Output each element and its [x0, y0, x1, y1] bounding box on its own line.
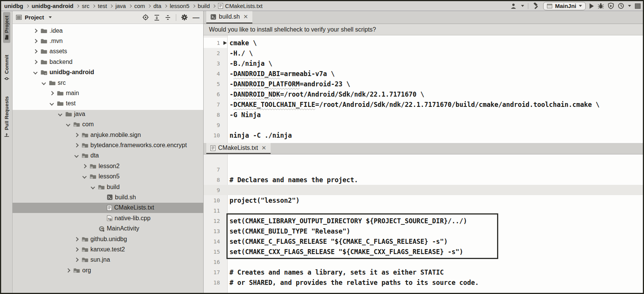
code-line-7[interactable]: 7: [204, 164, 643, 175]
chevron-down-icon[interactable]: [33, 70, 37, 75]
code-line-9[interactable]: 9: [204, 120, 643, 130]
breadcrumb-item-dta[interactable]: dta: [153, 3, 161, 9]
tool-window-button-project[interactable]: Project: [3, 12, 10, 43]
tree-item-unidbg-android[interactable]: unidbg-android: [13, 67, 203, 78]
chevron-right-icon[interactable]: [33, 49, 37, 54]
chevron-right-icon[interactable]: [74, 143, 78, 147]
chevron-down-icon[interactable]: [58, 112, 62, 116]
tree-item-backend[interactable]: backend: [13, 57, 203, 67]
code-line-12[interactable]: 12set(CMAKE_LIBRARY_OUTPUT_DIRECTORY ${P…: [204, 216, 643, 226]
tree-item-lesson5[interactable]: lesson5: [13, 171, 203, 181]
code-line-8[interactable]: 8-G Ninja: [204, 110, 643, 120]
tree-item-src[interactable]: src: [13, 78, 203, 88]
tab-cmakelists[interactable]: CMakeLists.txt ✕: [206, 143, 271, 154]
chevron-right-icon[interactable]: [66, 268, 70, 272]
chevron-down-icon[interactable]: [91, 185, 95, 189]
code-line-7[interactable]: 7-DCMAKE_TOOLCHAIN_FILE=/root/Android/Sd…: [204, 99, 643, 110]
tree-item-build-sh[interactable]: build.sh: [13, 192, 203, 202]
chevron-down-icon[interactable]: [628, 5, 631, 7]
tree-item-java[interactable]: java: [13, 109, 203, 119]
tree-item-bytedance-frameworks-core-encrypt[interactable]: bytedance.frameworks.core.encrypt: [13, 140, 203, 150]
chevron-right-icon[interactable]: [74, 237, 78, 241]
editor-cmakelists[interactable]: 78# Declares and names the project.910pr…: [204, 154, 643, 293]
chevron-down-icon[interactable]: [82, 174, 86, 178]
breadcrumb-item-lesson5[interactable]: lesson5: [170, 3, 190, 9]
tree-item-idea[interactable]: .idea: [13, 25, 203, 36]
tree-item-test[interactable]: test: [13, 99, 203, 109]
breadcrumb-item-build[interactable]: build: [198, 3, 210, 9]
chevron-right-icon[interactable]: [33, 60, 37, 64]
debug-icon[interactable]: [598, 3, 604, 9]
code-line-17[interactable]: 17# Creates and names a library, sets it…: [204, 267, 643, 277]
code-line-11[interactable]: 11: [204, 205, 643, 216]
user-icon[interactable]: [510, 3, 517, 9]
tree-item-mainactivity[interactable]: CMainActivity: [13, 223, 203, 234]
breadcrumb-item-unidbg-android[interactable]: unidbg-android: [32, 3, 73, 9]
locate-icon[interactable]: [142, 14, 149, 21]
tree-item-build[interactable]: build: [13, 182, 203, 192]
run-configuration-select[interactable]: MainJni: [543, 2, 586, 10]
code-line-15[interactable]: 15set(CMAKE_CXX_FLAGS_RELEASE "${CMAKE_C…: [204, 246, 643, 257]
tool-window-button-pull-requests[interactable]: Pull Requests: [3, 93, 10, 141]
expand-all-icon[interactable]: [154, 14, 160, 21]
profiler-icon[interactable]: [618, 3, 624, 9]
code-line-10[interactable]: 10ninja -C ./ninja: [204, 130, 643, 140]
breadcrumb-item-cmakelists-txt[interactable]: CMakeLists.txt: [218, 3, 262, 9]
code-line-1[interactable]: 1cmake \: [204, 38, 643, 48]
chevron-down-icon[interactable]: [74, 154, 78, 158]
breadcrumb-item-com[interactable]: com: [134, 3, 145, 9]
tree-item-main[interactable]: main: [13, 88, 203, 98]
coverage-icon[interactable]: [608, 3, 614, 9]
tree-item-github-unidbg[interactable]: github.unidbg: [13, 234, 203, 244]
chevron-right-icon[interactable]: [49, 91, 54, 95]
chevron-right-icon[interactable]: [33, 29, 37, 33]
build-hammer-icon[interactable]: [532, 3, 539, 10]
chevron-right-icon[interactable]: [74, 258, 78, 262]
tool-window-corner-icon[interactable]: [635, 3, 641, 9]
chevron-down-icon[interactable]: [66, 122, 70, 127]
code-line-5[interactable]: 5-DANDROID_PLATFORM=android-23 \: [204, 79, 643, 89]
project-view-select[interactable]: Project: [16, 14, 52, 21]
tree-item-native-lib-cpp[interactable]: +native-lib.cpp: [13, 213, 203, 223]
code-line-9[interactable]: 9: [204, 185, 643, 195]
code-line-6[interactable]: 6-DANDROID_NDK=/root/Android/Sdk/ndk/22.…: [204, 89, 643, 99]
collapse-all-icon[interactable]: [165, 14, 171, 21]
tree-item-assets[interactable]: assets: [13, 46, 203, 57]
chevron-right-icon[interactable]: [74, 247, 78, 251]
code-line-13[interactable]: 13set(CMAKE_BUILD_TYPE "Release"): [204, 226, 643, 236]
code-line-4[interactable]: 4-DANDROID_ABI=armeabi-v7a \: [204, 68, 643, 79]
chevron-down-icon[interactable]: [41, 81, 46, 85]
close-icon[interactable]: ✕: [243, 13, 248, 20]
code-line-8[interactable]: 8# Declares and names the project.: [204, 175, 643, 185]
tree-item-anjuke-mobile-sign[interactable]: anjuke.mobile.sign: [13, 130, 203, 140]
code-line-18[interactable]: 18# or SHARED, and provides the relative…: [204, 277, 643, 288]
editor-build-sh[interactable]: 1cmake \2-H./ \3-B./ninja \4-DANDROID_AB…: [204, 35, 643, 143]
tree-item-lesson2[interactable]: lesson2: [13, 161, 203, 171]
tree-item-org[interactable]: org: [13, 265, 203, 275]
code-line-14[interactable]: 14set(CMAKE_C_FLAGS_RELEASE "${CMAKE_C_F…: [204, 236, 643, 246]
chevron-right-icon[interactable]: [82, 164, 86, 168]
tab-build-sh[interactable]: build.sh ✕: [206, 11, 252, 24]
chevron-right-icon[interactable]: [33, 39, 37, 43]
tree-item-mvn[interactable]: .mvn: [13, 36, 203, 46]
breadcrumb-item-java[interactable]: java: [115, 3, 126, 9]
chevron-right-icon[interactable]: [74, 133, 78, 137]
code-line-3[interactable]: 3-B./ninja \: [204, 58, 643, 68]
tree-item-cmakelists-txt[interactable]: CMakeLists.txt: [13, 203, 203, 213]
code-line-16[interactable]: 16: [204, 257, 643, 267]
settings-gear-icon[interactable]: [181, 14, 188, 21]
tool-window-button-commit[interactable]: Commit: [3, 51, 10, 84]
chevron-down-icon[interactable]: [521, 5, 524, 7]
tree-item-kanxue-test2[interactable]: kanxue.test2: [13, 244, 203, 254]
breadcrumb-item-test[interactable]: test: [98, 3, 107, 9]
chevron-down-icon[interactable]: [49, 102, 54, 106]
tree-item-sun-jna[interactable]: sun.jna: [13, 255, 203, 265]
close-icon[interactable]: ✕: [261, 145, 266, 151]
tree-item-dta[interactable]: dta: [13, 151, 203, 161]
code-line-2[interactable]: 2-H./ \: [204, 48, 643, 58]
run-icon[interactable]: [590, 3, 594, 9]
breadcrumb-item-src[interactable]: src: [82, 3, 89, 9]
code-line-10[interactable]: 10project("lesson2"): [204, 195, 643, 205]
run-line-icon[interactable]: [223, 41, 227, 45]
breadcrumb-item-unidbg[interactable]: unidbg: [4, 3, 23, 9]
